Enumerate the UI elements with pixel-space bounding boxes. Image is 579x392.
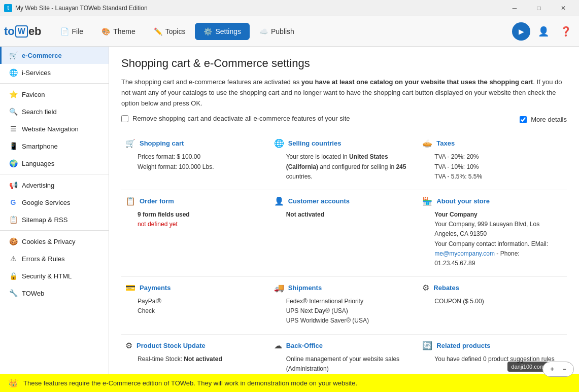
payments-cell[interactable]: 💳 Payments PayPal® Check <box>121 277 270 335</box>
zoom-out-button[interactable]: − <box>559 364 569 374</box>
payments-icon: 💳 <box>125 283 135 293</box>
file-icon: 📄 <box>60 27 69 35</box>
remove-cart-checkbox-row: Remove shopping cart and deactivate all … <box>121 115 350 122</box>
minimize-button[interactable]: ─ <box>503 0 526 16</box>
sidebar-item-cookies[interactable]: 🍪 Cookies & Privacy <box>0 233 109 250</box>
sidebar-item-errors[interactable]: ⚠ Errors & Rules <box>0 250 109 267</box>
smartphone-icon: 📱 <box>9 142 18 150</box>
favicon-icon: ⭐ <box>9 90 18 98</box>
selling-countries-cell[interactable]: 🌐 Selling countries Your store is locate… <box>270 132 419 190</box>
about-store-icon: 🏪 <box>422 196 432 206</box>
related-products-icon: 🔄 <box>422 341 432 350</box>
sidebar-item-iservices[interactable]: 🌐 i-Services <box>0 64 109 81</box>
rebates-icon: ⚙ <box>422 283 429 293</box>
zoom-in-button[interactable]: + <box>547 364 557 374</box>
about-store-cell[interactable]: 🏪 About your store Your Company Your Com… <box>418 190 567 277</box>
rebates-cell[interactable]: ⚙ Rebates COUPON ($ 5.00) <box>418 277 567 335</box>
app-icon: t <box>4 4 12 12</box>
toolbar-right: ▶ 👤 ❓ <box>512 22 575 41</box>
taxes-cell[interactable]: 🥧 Taxes TVA - 20%: 20% TVA - 10%: 10% TV… <box>418 132 567 190</box>
title-bar-controls: ─ □ ✕ <box>503 0 575 16</box>
close-button[interactable]: ✕ <box>552 0 575 16</box>
sidebar-item-ecommerce[interactable]: 🛒 e-Commerce <box>0 47 109 64</box>
toolbar: toWeb 📄 File 🎨 Theme ✏️ Topics ⚙️ Settin… <box>0 16 579 47</box>
sidebar: 🛒 e-Commerce 🌐 i-Services ⭐ Favicon 🔍 Se… <box>0 47 109 374</box>
sidebar-item-toweb[interactable]: 🔧 TOWeb <box>0 284 109 302</box>
zoom-controls: + − <box>542 362 574 377</box>
settings-button[interactable]: ⚙️ Settings <box>195 23 250 40</box>
banner-crown-icon: 👑 <box>8 378 18 388</box>
order-form-cell[interactable]: 📋 Order form 9 form fields used not defi… <box>121 190 270 277</box>
play-button[interactable]: ▶ <box>512 22 530 41</box>
shipments-icon: 🚚 <box>274 283 284 293</box>
logo: toWeb <box>4 25 42 38</box>
toweb-icon: 🔧 <box>9 289 18 297</box>
customer-accounts-cell[interactable]: 👤 Customer accounts Not activated <box>270 190 419 277</box>
shopping-cart-icon: 🛒 <box>125 138 135 148</box>
file-button[interactable]: 📄 File <box>52 23 92 40</box>
help-icon[interactable]: ❓ <box>557 22 575 41</box>
user-icon[interactable]: 👤 <box>534 22 553 41</box>
banner-text: These features require the e-Commerce ed… <box>23 379 357 387</box>
sidebar-item-security[interactable]: 🔒 Security & HTML <box>0 267 109 284</box>
divider-1 <box>0 83 109 84</box>
description-text: The shopping cart and e-commerce feature… <box>121 77 567 109</box>
sitemap-icon: 📋 <box>9 216 18 224</box>
advertising-icon: 📢 <box>9 181 18 189</box>
shipments-cell[interactable]: 🚚 Shipments Fedex® International Priorit… <box>270 277 419 335</box>
title-bar: t My Web Site - Lauayan TOWeb Standard E… <box>0 0 579 16</box>
customer-accounts-icon: 👤 <box>274 196 284 206</box>
topics-icon: ✏️ <box>154 27 162 35</box>
more-details-row: More details <box>520 116 567 123</box>
toolbar-nav: 📄 File 🎨 Theme ✏️ Topics ⚙️ Settings ☁️ … <box>52 23 512 40</box>
selling-countries-icon: 🌐 <box>274 138 284 148</box>
sidebar-item-sitemap[interactable]: 📋 Sitemap & RSS <box>0 211 109 228</box>
order-form-icon: 📋 <box>125 196 135 206</box>
back-office-cell[interactable]: ☁ Back-Office Online management of your … <box>270 335 419 374</box>
languages-icon: 🌍 <box>9 159 18 167</box>
sidebar-item-website-navigation[interactable]: ☰ Website Navigation <box>0 120 109 137</box>
taxes-icon: 🥧 <box>422 138 432 148</box>
sidebar-item-advertising[interactable]: 📢 Advertising <box>0 176 109 194</box>
security-icon: 🔒 <box>9 272 18 280</box>
remove-cart-checkbox[interactable] <box>121 115 128 122</box>
sidebar-item-smartphone[interactable]: 📱 Smartphone <box>0 137 109 155</box>
product-stock-cell[interactable]: ⚙ Product Stock Update Real-time Stock: … <box>121 335 270 374</box>
back-office-icon: ☁ <box>274 341 282 350</box>
shopping-cart-cell[interactable]: 🛒 Shopping cart Prices format: $ 100.00 … <box>121 132 270 190</box>
sidebar-item-favicon[interactable]: ⭐ Favicon <box>0 86 109 103</box>
topics-button[interactable]: ✏️ Topics <box>145 23 194 40</box>
sidebar-item-search-field[interactable]: 🔍 Search field <box>0 103 109 120</box>
sidebar-item-google-services[interactable]: G Google Services <box>0 194 109 211</box>
page-title: Shopping cart & e-Commerce settings <box>121 57 567 70</box>
iservices-icon: 🌐 <box>9 68 18 77</box>
main-panel: Shopping cart & e-Commerce settings The … <box>109 47 579 374</box>
theme-icon: 🎨 <box>101 27 110 35</box>
search-field-icon: 🔍 <box>9 108 18 116</box>
website-nav-icon: ☰ <box>9 125 18 133</box>
ecommerce-icon: 🛒 <box>9 51 18 59</box>
more-details-label: More details <box>531 116 567 123</box>
product-stock-icon: ⚙ <box>125 341 132 350</box>
divider-2 <box>0 174 109 174</box>
publish-icon: ☁️ <box>259 27 268 35</box>
remove-cart-label: Remove shopping cart and deactivate all … <box>132 115 350 122</box>
more-details-checkbox[interactable] <box>520 116 527 123</box>
publish-button[interactable]: ☁️ Publish <box>251 23 303 40</box>
bottom-banner: 👑 These features require the e-Commerce … <box>0 374 579 392</box>
settings-grid: 🛒 Shopping cart Prices format: $ 100.00 … <box>121 132 567 374</box>
sidebar-item-languages[interactable]: 🌍 Languages <box>0 155 109 172</box>
maximize-button[interactable]: □ <box>527 0 551 16</box>
google-icon: G <box>9 198 18 206</box>
app-container: toWeb 📄 File 🎨 Theme ✏️ Topics ⚙️ Settin… <box>0 16 579 392</box>
settings-icon: ⚙️ <box>203 27 212 35</box>
content-area: 🛒 e-Commerce 🌐 i-Services ⭐ Favicon 🔍 Se… <box>0 47 579 374</box>
errors-icon: ⚠ <box>9 255 18 263</box>
title-bar-text: My Web Site - Lauayan TOWeb Standard Edi… <box>15 5 503 12</box>
divider-3 <box>0 230 109 231</box>
cookies-icon: 🍪 <box>9 237 18 245</box>
theme-button[interactable]: 🎨 Theme <box>93 23 144 40</box>
